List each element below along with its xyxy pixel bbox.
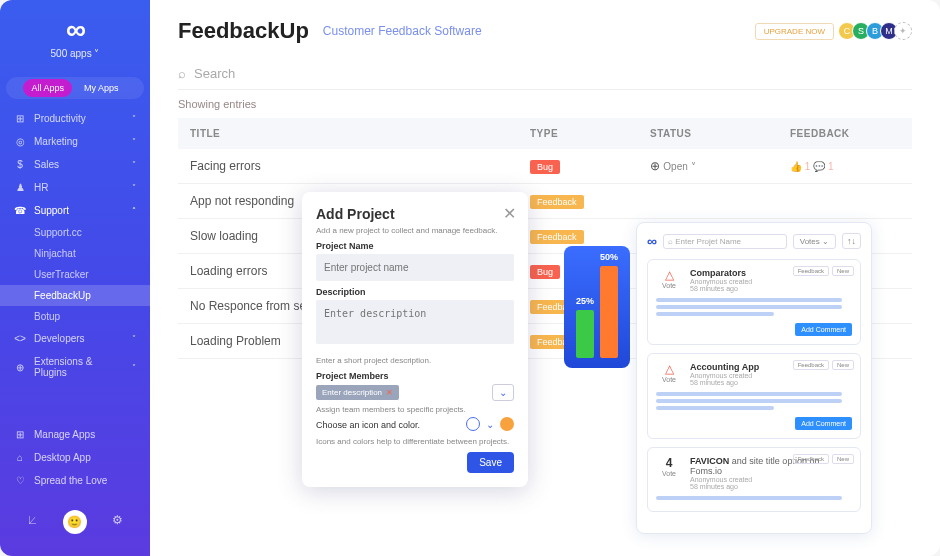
card-tag: Feedback [793, 454, 829, 464]
nav-label: Productivity [34, 113, 124, 124]
nav-icon: ⊞ [14, 429, 26, 440]
nav-label: Spread the Love [34, 475, 136, 486]
chart-bar-2: 50% [600, 266, 618, 358]
sidebar: ∞ 500 apps All Apps My Apps ⊞Productivit… [0, 0, 150, 556]
sidebar-item-developers[interactable]: <>Developers˅ [0, 327, 150, 350]
vote-box[interactable]: △Vote [656, 362, 682, 386]
sidebar-subitem-ninjachat[interactable]: Ninjachat [0, 243, 150, 264]
chip-remove-icon[interactable]: ✕ [386, 388, 393, 397]
type-tag: Bug [530, 265, 560, 279]
color-option-orange[interactable] [500, 417, 514, 431]
nav-icon: ⊞ [14, 113, 26, 124]
card-meta: Anonymous created [690, 372, 852, 379]
user-avatar[interactable]: 🙂 [63, 510, 87, 534]
nav-label: Marketing [34, 136, 124, 147]
search-icon: ⌕ [668, 237, 673, 246]
sidebar-item-support[interactable]: ☎Support˄ [0, 199, 150, 222]
tab-all-apps[interactable]: All Apps [23, 79, 72, 97]
add-comment-button[interactable]: Add Comment [795, 323, 852, 336]
sort-button[interactable]: ↑↓ [842, 233, 861, 249]
sidebar-subitem-usertracker[interactable]: UserTracker [0, 264, 150, 285]
nav-label: Support [34, 205, 124, 216]
mini-chart: 25% 50% [564, 246, 630, 368]
nav-icon: ⌂ [14, 452, 26, 463]
add-project-modal: ✕ Add Project Add a new project to colle… [302, 192, 528, 487]
icon-hint: Icons and colors help to differentiate b… [316, 437, 514, 446]
nav-icon: ◎ [14, 136, 26, 147]
sidebar-subitem-feedbackup[interactable]: FeedbackUp [0, 285, 150, 306]
add-avatar[interactable]: ✦ [894, 22, 912, 40]
table-row[interactable]: App not respondingFeedback [178, 184, 912, 219]
chevron-icon: ˅ [132, 334, 136, 343]
members-label: Project Members [316, 371, 514, 381]
chevron-down-icon[interactable]: ⌄ [486, 419, 494, 430]
members-dropdown[interactable]: ⌄ [492, 384, 514, 401]
chart-bar-1: 25% [576, 310, 594, 358]
project-name-input[interactable] [316, 254, 514, 281]
status-dropdown[interactable]: Open ˅ [663, 161, 695, 172]
sidebar-item-extensions-&-plugins[interactable]: ⊕Extensions & Plugins˅ [0, 350, 150, 384]
description-input[interactable] [316, 300, 514, 344]
nav-icon: ☎ [14, 205, 26, 216]
modal-subtitle: Add a new project to collect and manage … [316, 226, 514, 235]
showing-entries: Showing entries [178, 98, 912, 110]
nav-label: Extensions & Plugins [34, 356, 124, 378]
vote-icon[interactable]: △ [656, 362, 682, 376]
panel-search[interactable]: ⌕ Enter Projet Name [663, 234, 787, 249]
sidebar-subitem-support.cc[interactable]: Support.cc [0, 222, 150, 243]
brand-dropdown[interactable]: 500 apps [0, 48, 150, 59]
feedback-stats: 👍 1 💬 1 [790, 161, 833, 172]
card-meta: 58 minutes ago [690, 483, 852, 490]
vote-box[interactable]: △Vote [656, 268, 682, 292]
page-subtitle: Customer Feedback Software [323, 24, 482, 38]
nav-icon: ♟ [14, 182, 26, 193]
tab-my-apps[interactable]: My Apps [76, 79, 127, 97]
sidebar-item-hr[interactable]: ♟HR˅ [0, 176, 150, 199]
vote-icon[interactable]: △ [656, 268, 682, 282]
type-tag: Feedback [530, 195, 584, 209]
gear-icon[interactable]: ⚙ [108, 510, 128, 530]
chevron-icon: ˅ [132, 183, 136, 192]
card-meta: 58 minutes ago [690, 285, 852, 292]
chevron-icon: ˅ [132, 160, 136, 169]
nav-label: Sales [34, 159, 124, 170]
add-comment-button[interactable]: Add Comment [795, 417, 852, 430]
sidebar-item-desktop-app[interactable]: ⌂Desktop App [0, 446, 150, 469]
feedback-card[interactable]: FeedbackNew△VoteComparatorsAnonymous cre… [647, 259, 861, 345]
sidebar-item-marketing[interactable]: ◎Marketing˅ [0, 130, 150, 153]
chevron-icon: ˅ [132, 363, 136, 372]
card-meta: 58 minutes ago [690, 379, 852, 386]
feedback-card[interactable]: FeedbackNew4VoteFAVICON and site title o… [647, 447, 861, 512]
card-tag: New [832, 454, 854, 464]
nav-label: Developers [34, 333, 124, 344]
save-button[interactable]: Save [467, 452, 514, 473]
chevron-icon: ˅ [132, 137, 136, 146]
upgrade-button[interactable]: UPGRADE NOW [755, 23, 834, 40]
project-name-label: Project Name [316, 241, 514, 251]
nav-label: Desktop App [34, 452, 136, 463]
sidebar-item-productivity[interactable]: ⊞Productivity˅ [0, 107, 150, 130]
description-label: Description [316, 287, 514, 297]
vote-box[interactable]: 4Vote [656, 456, 682, 490]
card-meta: Anonymous created [690, 476, 852, 483]
member-chip[interactable]: Enter description✕ [316, 385, 399, 400]
close-icon[interactable]: ✕ [503, 204, 516, 223]
sidebar-item-manage-apps[interactable]: ⊞Manage Apps [0, 423, 150, 446]
chevron-icon: ˄ [132, 206, 136, 215]
sidebar-item-sales[interactable]: $Sales˅ [0, 153, 150, 176]
nav-icon: ⊕ [14, 362, 26, 373]
search-input[interactable] [194, 66, 912, 81]
rocket-icon[interactable]: ⟀ [22, 510, 42, 530]
sidebar-subitem-botup[interactable]: Botup [0, 306, 150, 327]
votes-dropdown[interactable]: Votes ⌄ [793, 234, 836, 249]
description-hint: Enter a short project description. [316, 356, 514, 365]
feedback-card[interactable]: FeedbackNew△VoteAccounting AppAnonymous … [647, 353, 861, 439]
table-row[interactable]: Facing errorsBug⊕ Open ˅👍 1 💬 1 [178, 149, 912, 184]
panel-logo-icon: ∞ [647, 233, 657, 249]
card-tag: Feedback [793, 266, 829, 276]
col-feedback: FEEDBACK [790, 128, 900, 139]
nav-icon: ♡ [14, 475, 26, 486]
sidebar-item-spread-the-love[interactable]: ♡Spread the Love [0, 469, 150, 492]
color-option-blue[interactable] [466, 417, 480, 431]
nav-icon: <> [14, 333, 26, 344]
